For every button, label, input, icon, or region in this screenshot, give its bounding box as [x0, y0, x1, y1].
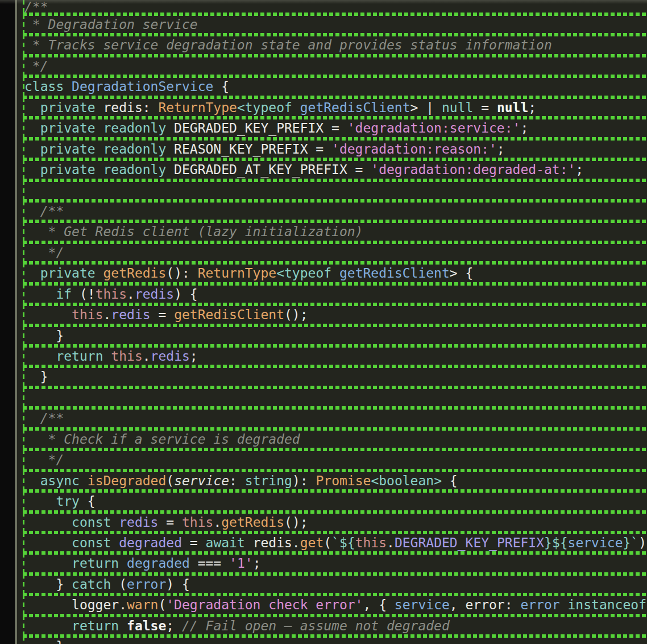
code-line[interactable]: /**	[17, 201, 647, 221]
code-token: getRedis	[103, 266, 167, 280]
code-token: REASON_KEY_PREFIX =	[166, 142, 331, 156]
code-line[interactable]: if (!this.redis) {	[17, 284, 647, 304]
code-token: getRedisClient	[174, 307, 284, 322]
code-token: redis	[151, 349, 190, 364]
code-line[interactable]: return this.redis;	[17, 346, 647, 366]
code-token	[24, 556, 72, 571]
code-editor[interactable]: /** * Degradation service * Tracks servi…	[17, 0, 647, 644]
code-token: 'degradation:reason:'	[331, 142, 497, 156]
code-token: .	[127, 287, 135, 302]
code-token: degraded	[119, 535, 182, 550]
code-token: * Tracks service degradation state and p…	[24, 38, 552, 52]
code-token: (	[111, 577, 127, 592]
code-line[interactable]: try {	[17, 491, 647, 511]
code-line[interactable]: private redis: ReturnType<typeof getRedi…	[17, 97, 647, 118]
code-token: 'degradation:degraded-at:'	[371, 162, 575, 177]
code-token: this	[96, 287, 127, 302]
code-token: {	[213, 79, 229, 94]
code-line[interactable]: this.redis = getRedisClient();	[17, 304, 647, 325]
code-line[interactable]: * Check if a service is degraded	[17, 429, 647, 449]
code-line[interactable]: }	[17, 636, 647, 644]
code-line[interactable]: const redis = this.getRedis();	[17, 512, 647, 532]
code-line[interactable]: private readonly DEGRADED_KEY_PREFIX = '…	[17, 118, 647, 138]
code-token: this	[72, 307, 103, 322]
code-token: redis	[119, 515, 158, 530]
code-line[interactable]: logger.warn('Degradation check error', {…	[17, 595, 647, 615]
code-token: getRedisClient	[339, 266, 450, 280]
code-token: Promise	[316, 473, 371, 488]
code-token: error	[127, 577, 166, 592]
code-token: /**	[24, 204, 64, 218]
code-token	[24, 515, 72, 530]
code-line[interactable]: */	[17, 242, 647, 263]
code-line[interactable]: */	[17, 56, 647, 76]
code-token	[24, 473, 40, 488]
code-token: isDegraded	[88, 473, 166, 488]
code-token: =	[182, 535, 206, 550]
code-token: class	[24, 79, 64, 94]
code-token: warn	[127, 597, 158, 612]
code-token: {	[80, 494, 96, 509]
code-token: }`	[623, 535, 639, 550]
code-token: false	[127, 618, 166, 633]
code-token	[111, 515, 119, 530]
code-line[interactable]: * Tracks service degradation state and p…	[17, 35, 647, 55]
code-line[interactable]	[17, 180, 647, 201]
code-line[interactable]: /**	[17, 408, 647, 428]
code-line[interactable]: private readonly REASON_KEY_PREFIX = 'de…	[17, 139, 647, 159]
code-line[interactable]: return degraded === '1';	[17, 553, 647, 573]
code-token	[96, 266, 103, 280]
code-token: */	[24, 245, 64, 260]
code-token: async	[40, 473, 80, 488]
code-line[interactable]: * Degradation service	[17, 14, 647, 35]
code-token: /**	[24, 0, 48, 14]
code-line[interactable]	[17, 387, 647, 408]
code-line[interactable]: * Get Redis client (lazy initialization)	[17, 221, 647, 242]
code-line[interactable]: return false; // Fail open — assume not …	[17, 616, 647, 636]
code-token	[80, 473, 88, 488]
code-line[interactable]: */	[17, 449, 647, 470]
code-token: const	[72, 535, 111, 550]
code-token: service	[174, 473, 229, 488]
code-token: DEGRADED_AT_KEY_PREFIX =	[166, 162, 371, 177]
code-token: }	[24, 328, 64, 343]
code-token: ;	[166, 618, 182, 633]
code-token: (!	[72, 287, 96, 302]
code-token	[119, 618, 127, 633]
code-token	[560, 597, 568, 612]
code-line[interactable]: private getRedis(): ReturnType<typeof ge…	[17, 263, 647, 283]
code-token: ;	[253, 556, 261, 571]
code-token: service	[395, 597, 450, 612]
code-token: .	[213, 515, 221, 530]
code-token: 'degradation:service:'	[347, 121, 521, 135]
code-token: > {	[450, 266, 474, 280]
code-token: error	[520, 597, 559, 612]
code-token: =	[473, 100, 497, 115]
code-line[interactable]: }	[17, 325, 647, 346]
code-token: =	[151, 307, 175, 322]
code-token: }${	[544, 535, 568, 550]
code-line[interactable]: }	[17, 366, 647, 387]
code-token: ;	[497, 142, 505, 156]
code-token: ():	[166, 266, 197, 280]
code-token: getRedis	[221, 515, 284, 530]
code-token: (	[158, 597, 166, 612]
code-token: degraded	[127, 556, 190, 571]
code-line[interactable]: private readonly DEGRADED_AT_KEY_PREFIX …	[17, 159, 647, 180]
code-token: `${	[331, 535, 355, 550]
code-token: redis:	[96, 100, 159, 115]
code-line[interactable]: async isDegraded(service: string): Promi…	[17, 470, 647, 491]
code-token: try	[56, 494, 80, 509]
code-token: catch	[72, 577, 111, 592]
code-line[interactable]: /**	[17, 0, 647, 14]
code-token: this	[355, 535, 387, 550]
code-token: ;	[190, 349, 198, 364]
code-token	[292, 100, 300, 115]
code-token: return	[72, 556, 119, 571]
code-line[interactable]: } catch (error) {	[17, 574, 647, 595]
code-token	[24, 307, 72, 322]
code-line[interactable]: const degraded = await redis.get(`${this…	[17, 532, 647, 553]
code-line[interactable]: class DegradationService {	[17, 76, 647, 97]
code-token	[24, 494, 56, 509]
code-token	[24, 142, 40, 156]
